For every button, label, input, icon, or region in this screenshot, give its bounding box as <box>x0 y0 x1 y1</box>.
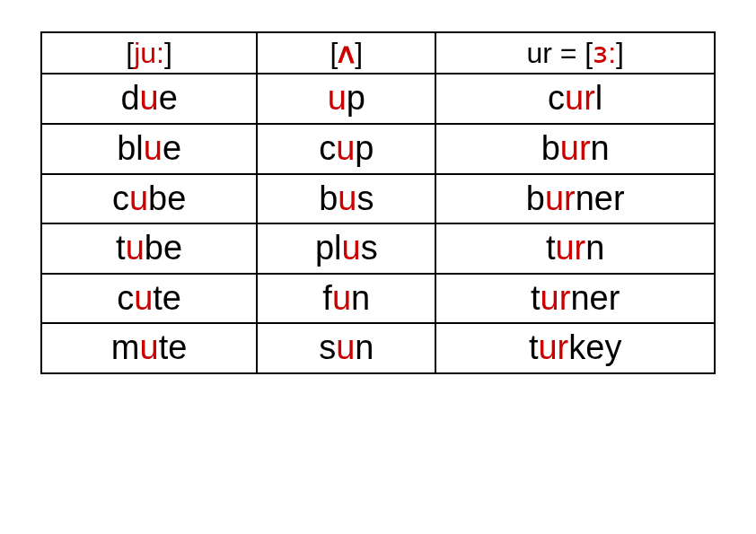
word-pre: pl <box>315 229 342 267</box>
table-row: tube plus turn <box>41 223 715 274</box>
table-row: blue cup burn <box>41 124 715 174</box>
bracket: ] <box>616 37 624 69</box>
word-post: n <box>591 129 610 167</box>
word-cell: cup <box>257 124 435 174</box>
word-post: n <box>351 279 370 317</box>
word-pre: b <box>319 179 338 217</box>
word-pre: c <box>112 179 129 217</box>
table-row: cute fun turner <box>41 274 715 324</box>
word-post: te <box>153 279 181 317</box>
bracket: ] <box>164 37 172 69</box>
word-post: ner <box>576 179 625 217</box>
table-row: due up curl <box>41 74 715 124</box>
word-post: e <box>163 129 181 167</box>
word-highlight: ur <box>538 328 568 366</box>
word-post: s <box>356 179 374 217</box>
header-col-2: [ʌ] <box>257 32 435 74</box>
word-post: p <box>347 79 365 117</box>
word-post: te <box>159 328 188 366</box>
word-pre: m <box>111 328 140 366</box>
word-highlight: u <box>126 229 145 267</box>
word-cell: turner <box>435 274 715 324</box>
word-highlight: u <box>140 328 159 366</box>
word-highlight: u <box>140 79 159 117</box>
word-cell: burner <box>435 174 715 224</box>
header-col-3: ur = [ɜ:] <box>435 32 715 74</box>
word-highlight: u <box>332 279 351 317</box>
word-pre: c <box>117 279 134 317</box>
word-highlight: u <box>328 79 347 117</box>
word-cell: blue <box>41 124 257 174</box>
table-row: cube bus burner <box>41 174 715 224</box>
word-cell: burn <box>435 124 715 174</box>
word-post: be <box>148 179 186 217</box>
word-highlight: ur <box>565 79 595 117</box>
phon-symbol: ɜ: <box>593 37 616 69</box>
word-cell: plus <box>257 223 435 274</box>
phonics-table: [ju:] [ʌ] ur = [ɜ:] due up curl blue cup… <box>40 31 716 374</box>
word-highlight: u <box>342 229 361 267</box>
bracket: [ <box>126 37 134 69</box>
phon-symbol: ʌ <box>338 37 355 69</box>
header-col-1: [ju:] <box>41 32 257 74</box>
word-highlight: u <box>336 129 355 167</box>
word-pre: t <box>116 229 126 267</box>
word-highlight: u <box>336 328 355 366</box>
word-cell: mute <box>41 323 257 373</box>
bracket: ] <box>355 37 363 69</box>
word-post: n <box>585 229 604 267</box>
word-pre: d <box>120 79 139 117</box>
word-pre: c <box>548 79 565 117</box>
table-row: mute sun turkey <box>41 323 715 373</box>
word-pre: t <box>531 279 541 317</box>
word-cell: cute <box>41 274 257 324</box>
word-cell: tube <box>41 223 257 274</box>
word-pre: t <box>546 229 556 267</box>
word-pre: b <box>541 129 560 167</box>
word-pre: b <box>526 179 545 217</box>
word-post: l <box>595 79 602 117</box>
word-cell: turn <box>435 223 715 274</box>
word-cell: sun <box>257 323 435 373</box>
word-post: be <box>145 229 182 267</box>
word-post: p <box>355 129 374 167</box>
header-row: [ju:] [ʌ] ur = [ɜ:] <box>41 32 715 74</box>
word-cell: up <box>257 74 435 124</box>
word-highlight: u <box>134 279 153 317</box>
word-highlight: u <box>129 179 148 217</box>
word-pre: bl <box>117 129 144 167</box>
word-highlight: u <box>338 179 356 217</box>
word-highlight: ur <box>560 129 591 167</box>
word-highlight: ur <box>545 179 576 217</box>
word-post: n <box>355 328 374 366</box>
word-cell: due <box>41 74 257 124</box>
word-pre: c <box>319 129 336 167</box>
word-pre: t <box>529 328 539 366</box>
header-prefix: ur = [ <box>526 37 593 69</box>
word-post: s <box>361 229 378 267</box>
word-cell: bus <box>257 174 435 224</box>
word-cell: turkey <box>435 323 715 373</box>
word-pre: f <box>322 279 332 317</box>
bracket: [ <box>330 37 338 69</box>
word-highlight: ur <box>541 279 571 317</box>
word-cell: fun <box>257 274 435 324</box>
word-cell: cube <box>41 174 257 224</box>
word-post: ner <box>570 279 620 317</box>
phon-symbol: ju: <box>134 37 164 69</box>
word-post: key <box>568 328 621 366</box>
word-post: e <box>159 79 178 117</box>
word-highlight: u <box>144 129 163 167</box>
word-pre: s <box>319 328 336 366</box>
word-highlight: ur <box>555 229 585 267</box>
word-cell: curl <box>435 74 715 124</box>
